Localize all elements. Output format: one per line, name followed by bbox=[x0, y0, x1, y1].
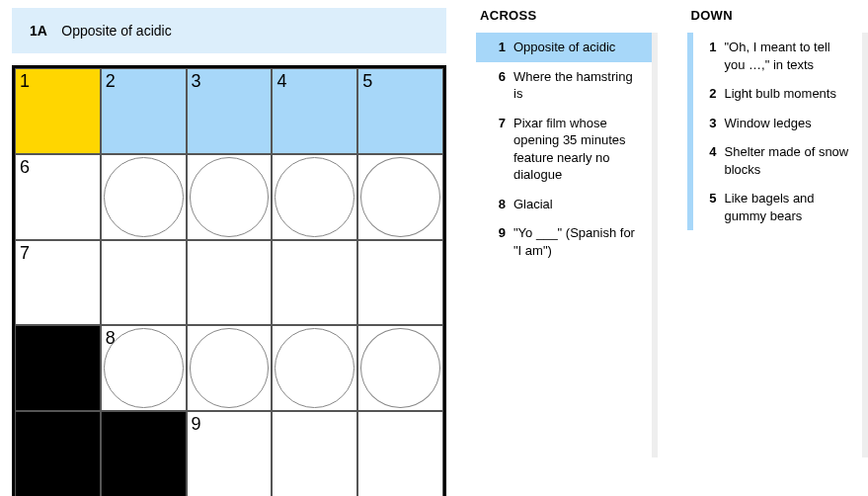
grid-cell[interactable]: 1 bbox=[15, 68, 101, 154]
clue-text: "Yo ___" (Spanish for "I am") bbox=[513, 224, 642, 259]
cell-circle-icon bbox=[104, 157, 184, 237]
across-clue-list: 1Opposite of acidic6Where the hamstring … bbox=[476, 33, 658, 457]
grid-cell[interactable] bbox=[357, 325, 443, 411]
grid-cell[interactable] bbox=[187, 240, 273, 326]
cell-circle-icon bbox=[104, 328, 184, 408]
down-column: DOWN 1"Oh, I meant to tell you …," in te… bbox=[687, 8, 869, 496]
across-column: ACROSS 1Opposite of acidic6Where the ham… bbox=[476, 8, 658, 496]
clue-text: Like bagels and gummy bears bbox=[725, 190, 853, 224]
grid-cell-black bbox=[101, 411, 187, 496]
clue-number: 1 bbox=[486, 39, 506, 56]
grid-cell-black bbox=[15, 411, 101, 496]
current-clue-text: Opposite of acidic bbox=[61, 23, 171, 39]
clue-number: 7 bbox=[486, 115, 506, 184]
grid-cell[interactable]: 4 bbox=[272, 68, 357, 154]
cell-number: 5 bbox=[362, 71, 372, 92]
clue-number: 5 bbox=[697, 190, 717, 224]
cell-circle-icon bbox=[360, 157, 440, 237]
current-clue-label: 1A bbox=[30, 23, 47, 39]
down-clue-5[interactable]: 5Like bagels and gummy bears bbox=[687, 184, 863, 230]
cell-circle-icon bbox=[360, 328, 440, 408]
cell-number: 2 bbox=[106, 71, 116, 92]
clue-number: 6 bbox=[486, 68, 506, 103]
across-heading: ACROSS bbox=[476, 8, 658, 23]
cell-circle-icon bbox=[275, 157, 355, 237]
grid-cell[interactable]: 3 bbox=[187, 68, 273, 154]
grid-cell[interactable]: 7 bbox=[15, 240, 101, 326]
clue-number: 8 bbox=[486, 196, 506, 213]
clue-text: Opposite of acidic bbox=[513, 39, 642, 56]
grid-cell[interactable] bbox=[357, 240, 443, 326]
grid-cell[interactable]: 5 bbox=[357, 68, 443, 154]
grid-cell[interactable] bbox=[101, 154, 187, 240]
clue-text: Shelter made of snow blocks bbox=[725, 143, 853, 178]
grid-cell[interactable] bbox=[187, 325, 273, 411]
cell-number: 7 bbox=[20, 243, 30, 264]
down-clue-1[interactable]: 1"Oh, I meant to tell you …," in texts bbox=[687, 33, 863, 79]
across-clue-8[interactable]: 8Glacial bbox=[476, 190, 652, 219]
cell-circle-icon bbox=[190, 328, 270, 408]
cell-circle-icon bbox=[190, 157, 270, 237]
grid-cell[interactable]: 8 bbox=[101, 325, 187, 411]
left-panel: 1A Opposite of acidic 123456789 bbox=[12, 8, 446, 496]
across-clue-1[interactable]: 1Opposite of acidic bbox=[476, 33, 652, 62]
clue-text: "Oh, I meant to tell you …," in texts bbox=[725, 39, 853, 73]
grid-cell[interactable] bbox=[357, 411, 443, 496]
grid-cell[interactable] bbox=[101, 240, 187, 326]
down-clue-4[interactable]: 4Shelter made of snow blocks bbox=[687, 137, 863, 184]
cell-number: 9 bbox=[192, 414, 201, 435]
cell-number: 4 bbox=[276, 71, 286, 92]
clue-number: 3 bbox=[697, 115, 717, 132]
crossword-layout: 1A Opposite of acidic 123456789 ACROSS 1… bbox=[0, 0, 868, 496]
grid-cell-black bbox=[15, 325, 101, 411]
grid-cell[interactable]: 6 bbox=[15, 154, 101, 240]
cell-number: 6 bbox=[20, 157, 30, 178]
down-clue-list: 1"Oh, I meant to tell you …," in texts2L… bbox=[687, 33, 869, 457]
grid-cell[interactable] bbox=[357, 154, 443, 240]
cell-number: 1 bbox=[20, 71, 30, 92]
grid-cell[interactable]: 9 bbox=[187, 411, 273, 496]
clue-text: Window ledges bbox=[725, 115, 853, 132]
clue-text: Light bulb moments bbox=[725, 85, 853, 103]
clue-number: 1 bbox=[697, 39, 717, 73]
clue-number: 9 bbox=[486, 224, 506, 259]
clue-text: Where the hamstring is bbox=[513, 68, 642, 103]
clue-number: 2 bbox=[697, 85, 717, 103]
grid-cell[interactable] bbox=[272, 325, 357, 411]
grid-cell[interactable] bbox=[272, 411, 357, 496]
cell-circle-icon bbox=[275, 328, 355, 408]
grid-cell[interactable] bbox=[187, 154, 273, 240]
grid-cell[interactable]: 2 bbox=[101, 68, 187, 154]
cell-number: 3 bbox=[192, 71, 201, 92]
current-clue-bar[interactable]: 1A Opposite of acidic bbox=[12, 8, 446, 53]
clue-text: Pixar film whose opening 35 minutes feat… bbox=[513, 115, 642, 184]
down-clue-3[interactable]: 3Window ledges bbox=[687, 109, 863, 138]
across-clue-7[interactable]: 7Pixar film whose opening 35 minutes fea… bbox=[476, 109, 652, 190]
across-clue-9[interactable]: 9"Yo ___" (Spanish for "I am") bbox=[476, 218, 652, 265]
across-clue-6[interactable]: 6Where the hamstring is bbox=[476, 62, 652, 109]
down-heading: DOWN bbox=[687, 8, 869, 23]
clue-number: 4 bbox=[697, 143, 717, 178]
crossword-grid[interactable]: 123456789 bbox=[12, 65, 446, 496]
down-clue-2[interactable]: 2Light bulb moments bbox=[687, 79, 863, 109]
grid-cell[interactable] bbox=[272, 154, 357, 240]
clue-text: Glacial bbox=[513, 196, 642, 213]
grid-cell[interactable] bbox=[272, 240, 357, 326]
